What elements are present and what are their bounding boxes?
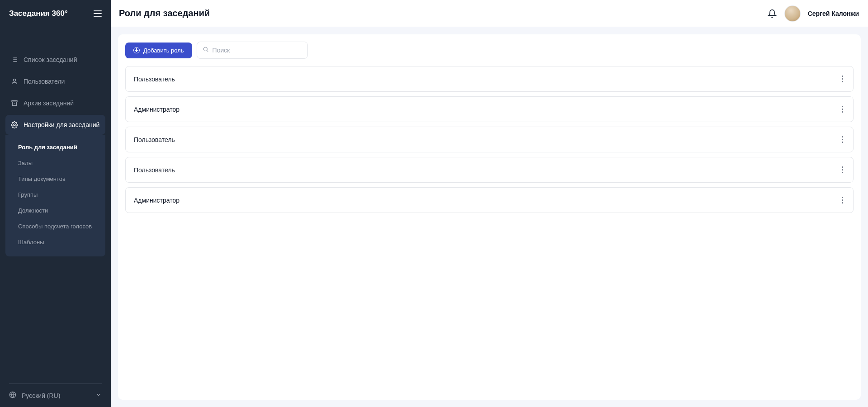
search-input[interactable]	[212, 47, 302, 54]
role-row[interactable]: Администратор	[125, 96, 854, 122]
card-toolbar: Добавить роль	[125, 42, 854, 59]
subnav-item-roles[interactable]: Роль для заседаний	[5, 139, 105, 155]
main-area: Роли для заседаний Сергей Калонжи Добави…	[111, 0, 868, 407]
subnav-item-positions[interactable]: Должности	[5, 203, 105, 218]
sidebar-footer: Русский (RU)	[9, 383, 102, 407]
role-row[interactable]: Пользователь	[125, 157, 854, 183]
globe-icon	[9, 391, 16, 400]
role-name: Администратор	[134, 106, 179, 113]
gear-icon	[11, 121, 18, 128]
sidebar: Заседания 360° Список заседаний Пользова…	[0, 0, 111, 407]
sidebar-header: Заседания 360°	[0, 0, 111, 27]
row-actions-menu[interactable]	[840, 165, 845, 175]
page-title: Роли для заседаний	[119, 8, 210, 19]
notifications-button[interactable]	[767, 9, 777, 19]
language-label: Русский (RU)	[22, 392, 60, 399]
search-field-wrap[interactable]	[197, 42, 308, 59]
list-icon	[11, 56, 18, 63]
sidebar-item-label: Пользователи	[24, 78, 65, 85]
role-row[interactable]: Администратор	[125, 187, 854, 213]
sidebar-item-users[interactable]: Пользователи	[5, 71, 105, 91]
topbar: Роли для заседаний Сергей Калонжи	[111, 0, 868, 27]
role-row[interactable]: Пользователь	[125, 127, 854, 152]
add-role-button[interactable]: Добавить роль	[125, 43, 192, 58]
sidebar-subnav: Роль для заседаний Залы Типы документов …	[5, 135, 105, 256]
archive-icon	[11, 99, 18, 107]
row-actions-menu[interactable]	[840, 74, 845, 84]
sidebar-item-label: Архив заседаний	[24, 99, 74, 107]
row-actions-menu[interactable]	[840, 134, 845, 145]
roles-list: Пользователь Администратор Пользователь …	[125, 66, 854, 213]
brand-title: Заседания 360°	[9, 9, 68, 18]
language-selector[interactable]: Русский (RU)	[9, 391, 102, 400]
role-name: Администратор	[134, 197, 179, 204]
menu-toggle-button[interactable]	[94, 10, 102, 17]
content-area: Добавить роль Пользователь Администратор	[111, 27, 868, 407]
sidebar-item-archive[interactable]: Архив заседаний	[5, 93, 105, 113]
sidebar-item-sessions-list[interactable]: Список заседаний	[5, 50, 105, 70]
user-name: Сергей Калонжи	[808, 10, 859, 17]
role-row[interactable]: Пользователь	[125, 66, 854, 92]
svg-point-2	[14, 124, 15, 126]
svg-point-0	[13, 79, 15, 81]
subnav-item-rooms[interactable]: Залы	[5, 155, 105, 171]
role-name: Пользователь	[134, 166, 175, 174]
sidebar-item-label: Список заседаний	[24, 56, 77, 63]
user-icon	[11, 78, 18, 85]
avatar[interactable]	[784, 5, 801, 22]
role-name: Пользователь	[134, 136, 175, 143]
search-icon	[203, 46, 209, 54]
roles-card: Добавить роль Пользователь Администратор	[118, 34, 861, 400]
subnav-item-groups[interactable]: Группы	[5, 187, 105, 203]
chevron-down-icon	[95, 392, 102, 399]
subnav-item-doc-types[interactable]: Типы документов	[5, 171, 105, 187]
sidebar-item-settings[interactable]: Настройки для заседаний	[5, 115, 105, 135]
plus-circle-icon	[133, 47, 140, 53]
svg-point-4	[203, 47, 207, 51]
sidebar-nav: Список заседаний Пользователи Архив засе…	[0, 27, 111, 383]
role-name: Пользователь	[134, 76, 175, 83]
svg-rect-1	[12, 101, 17, 102]
subnav-item-vote-methods[interactable]: Способы подсчета голосов	[5, 218, 105, 234]
topbar-right: Сергей Калонжи	[767, 5, 859, 22]
row-actions-menu[interactable]	[840, 104, 845, 114]
subnav-item-templates[interactable]: Шаблоны	[5, 234, 105, 250]
row-actions-menu[interactable]	[840, 195, 845, 205]
add-role-label: Добавить роль	[143, 47, 184, 54]
sidebar-item-label: Настройки для заседаний	[24, 121, 99, 128]
